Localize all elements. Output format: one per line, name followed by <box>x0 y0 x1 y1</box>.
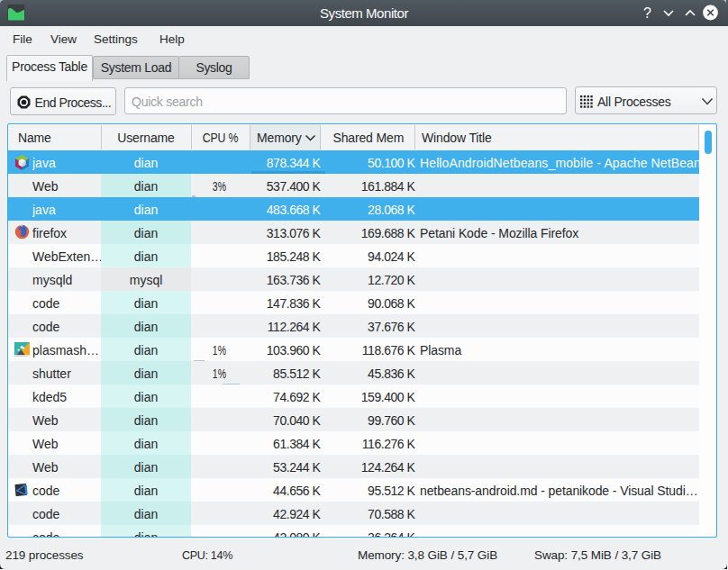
svg-text:?: ? <box>643 5 651 21</box>
